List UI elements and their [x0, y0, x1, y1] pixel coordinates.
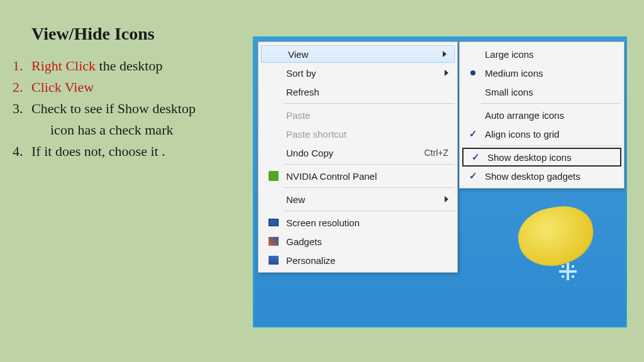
view-submenu: Large icons Medium icons Small icons Aut…: [459, 41, 625, 189]
submenu-large-icons-label: Large icons: [485, 49, 534, 60]
submenu-align-grid[interactable]: ✓ Align icons to grid: [461, 124, 623, 143]
gadgets-icon: [265, 234, 282, 248]
blank-icon: [267, 47, 284, 61]
menu-new[interactable]: New: [260, 190, 456, 209]
menu-paste-shortcut-label: Paste shortcut: [286, 129, 448, 140]
radio-selected-icon: [465, 66, 481, 80]
menu-gadgets-label: Gadgets: [286, 236, 448, 247]
menu-nvidia[interactable]: NVIDIA Control Panel: [260, 167, 456, 185]
submenu-medium-icons-label: Medium icons: [485, 68, 543, 79]
menu-undo-copy[interactable]: Undo Copy Ctrl+Z: [260, 143, 456, 162]
menu-personalize-label: Personalize: [286, 255, 448, 266]
menu-screen-resolution-label: Screen resolution: [286, 217, 448, 228]
menu-paste-label: Paste: [286, 110, 448, 121]
window-decoration: [514, 201, 598, 271]
cursor-sparkle-icon: [559, 263, 577, 280]
submenu-auto-arrange-label: Auto arrange icons: [485, 110, 564, 121]
step-1: Right Click the desktop: [13, 55, 245, 77]
blank-icon: [265, 85, 282, 99]
step-4: If it does not, choose it .: [13, 141, 245, 162]
separator: [284, 211, 455, 211]
menu-refresh[interactable]: Refresh: [260, 82, 456, 101]
menu-refresh-label: Refresh: [286, 87, 448, 97]
step-3: Check to see if Show desktop icon has a …: [13, 98, 245, 141]
menu-paste: Paste: [260, 106, 456, 124]
step-2: Click View: [13, 77, 245, 98]
menu-undo-copy-shortcut: Ctrl+Z: [425, 148, 449, 158]
menu-paste-shortcut: Paste shortcut: [260, 124, 456, 143]
menu-sort-by[interactable]: Sort by: [260, 63, 456, 82]
separator: [481, 103, 621, 104]
submenu-auto-arrange[interactable]: Auto arrange icons: [461, 106, 623, 124]
submenu-small-icons-label: Small icons: [485, 87, 533, 97]
check-icon: ✓: [465, 169, 481, 183]
blank-icon: [265, 127, 282, 141]
menu-view[interactable]: View: [261, 45, 455, 63]
chevron-right-icon: [443, 51, 447, 57]
separator: [284, 187, 455, 188]
blank-icon: [465, 85, 481, 99]
submenu-small-icons[interactable]: Small icons: [461, 82, 623, 101]
submenu-show-gadgets-label: Show desktop gadgets: [485, 171, 580, 182]
context-menu: View Sort by Refresh Paste Paste shortcu…: [258, 41, 458, 273]
blank-icon: [265, 108, 282, 122]
separator: [481, 145, 621, 146]
submenu-show-desktop-icons-label: Show desktop icons: [487, 152, 571, 163]
submenu-align-grid-label: Align icons to grid: [485, 129, 559, 140]
menu-undo-copy-label: Undo Copy: [286, 148, 425, 158]
submenu-medium-icons[interactable]: Medium icons: [461, 63, 623, 82]
desktop-screenshot: View Sort by Refresh Paste Paste shortcu…: [253, 36, 627, 327]
chevron-right-icon: [445, 70, 448, 76]
menu-personalize[interactable]: Personalize: [260, 251, 456, 270]
steps-list: Right Click the desktop Click View Check…: [13, 55, 245, 162]
personalize-icon: [265, 253, 282, 267]
chevron-right-icon: [445, 196, 448, 202]
menu-view-label: View: [288, 49, 439, 60]
nvidia-icon: [265, 169, 282, 183]
menu-gadgets[interactable]: Gadgets: [260, 232, 456, 251]
separator: [284, 164, 455, 165]
menu-sort-by-label: Sort by: [286, 68, 441, 79]
blank-icon: [465, 108, 481, 122]
submenu-show-gadgets[interactable]: ✓ Show desktop gadgets: [461, 167, 623, 185]
menu-screen-resolution[interactable]: Screen resolution: [260, 213, 456, 232]
monitor-icon: [265, 216, 282, 229]
check-icon: ✓: [465, 127, 481, 141]
submenu-show-desktop-icons[interactable]: ✓ Show desktop icons: [462, 148, 621, 167]
blank-icon: [265, 66, 282, 80]
check-icon: ✓: [467, 150, 484, 164]
menu-nvidia-label: NVIDIA Control Panel: [286, 171, 448, 182]
blank-icon: [265, 192, 282, 206]
blank-icon: [265, 146, 282, 160]
menu-new-label: New: [286, 194, 441, 205]
submenu-large-icons[interactable]: Large icons: [461, 45, 623, 63]
blank-icon: [465, 47, 481, 61]
instructions-panel: View/Hide Icons Right Click the desktop …: [13, 24, 245, 162]
separator: [284, 103, 455, 104]
page-title: View/Hide Icons: [31, 24, 245, 44]
